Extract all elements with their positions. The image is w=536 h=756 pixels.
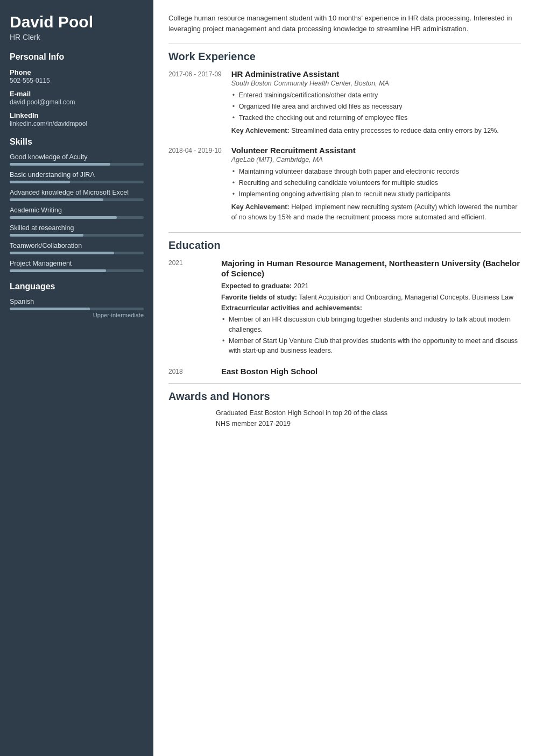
edu-extracurricular-label: Extracurricular activities and achieveme… [221, 303, 521, 313]
skill-item: Good knowledge of Acuity [10, 153, 144, 166]
skill-name: Project Management [10, 260, 144, 267]
phone-value: 502-555-0115 [10, 77, 144, 84]
job-date: 2017-06 - 2017-09 [168, 69, 222, 136]
skill-item: Advanced knowledge of Microsoft Excel [10, 189, 144, 201]
job-bullet: Recruiting and scheduling candidate volu… [231, 178, 521, 188]
job-bullet: Organized file area and archived old fil… [231, 102, 521, 112]
phone-label: Phone [10, 68, 144, 76]
candidate-title: HR Clerk [10, 33, 144, 41]
skill-name: Basic understanding of JIRA [10, 171, 144, 179]
skill-name: Skilled at researching [10, 224, 144, 232]
linkedin-label: LinkedIn [10, 111, 144, 119]
skill-bar-bg [10, 234, 144, 237]
skill-item: Basic understanding of JIRA [10, 171, 144, 183]
edu-date: 2018 [168, 367, 211, 376]
skill-bar-bg [10, 269, 144, 272]
resume-wrapper: David Pool HR Clerk Personal Info Phone … [0, 0, 536, 756]
edu-bullet: Member of Start Up Venture Club that pro… [221, 336, 521, 356]
skill-bar-bg [10, 252, 144, 254]
skill-name: Academic Writing [10, 206, 144, 214]
personal-info-heading: Personal Info [10, 52, 144, 63]
skill-bar-fill [10, 216, 117, 219]
key-achievement: Key Achievement: Streamlined data entry … [231, 126, 521, 136]
skill-item: Project Management [10, 260, 144, 272]
edu-date: 2021 [168, 258, 211, 359]
skill-name: Teamwork/Collaboration [10, 242, 144, 249]
edu-block: 2018 East Boston High School [168, 367, 521, 376]
job-bullet: Implementing ongoing advertising plan to… [231, 189, 521, 199]
jobs-list: 2017-06 - 2017-09 HR Administrative Assi… [168, 69, 521, 223]
languages-list: Spanish Upper-intermediate [10, 298, 144, 318]
skill-bar-fill [10, 252, 114, 254]
job-block: 2018-04 - 2019-10 Volunteer Recruitment … [168, 146, 521, 223]
edu-details: East Boston High School [221, 367, 521, 376]
edu-bullet: Member of an HR discussion club bringing… [221, 315, 521, 335]
edu-degree: Majoring in Human Resource Management, N… [221, 258, 521, 279]
email-value: david.pool@gmail.com [10, 98, 144, 106]
skill-bar-bg [10, 216, 144, 219]
language-bar-bg [10, 308, 144, 310]
job-bullets: Entered trainings/certifications/other d… [231, 90, 521, 123]
language-bar-fill [10, 308, 90, 310]
edu-favorite: Favorite fields of study: Talent Acquisi… [221, 293, 521, 303]
language-level: Upper-intermediate [10, 312, 144, 318]
job-title: Volunteer Recruitment Assistant [231, 146, 521, 155]
skill-name: Good knowledge of Acuity [10, 153, 144, 161]
divider-work [168, 44, 521, 44]
key-achievement: Key Achievement: Helped implement new re… [231, 202, 521, 223]
skill-bar-fill [10, 234, 83, 237]
work-experience-title: Work Experience [168, 51, 521, 63]
education-title: Education [168, 239, 521, 252]
awards-title: Awards and Honors [168, 390, 521, 403]
skill-bar-fill [10, 163, 110, 166]
skills-list: Good knowledge of Acuity Basic understan… [10, 153, 144, 272]
email-label: E-mail [10, 90, 144, 98]
divider-education [168, 232, 521, 233]
skill-bar-bg [10, 181, 144, 183]
skill-bar-fill [10, 269, 106, 272]
education-list: 2021 Majoring in Human Resource Manageme… [168, 258, 521, 376]
edu-bullets: Member of an HR discussion club bringing… [221, 315, 521, 356]
skill-item: Academic Writing [10, 206, 144, 219]
skill-bar-fill [10, 198, 103, 201]
awards-block: Graduated East Boston High School in top… [168, 409, 521, 427]
language-name: Spanish [10, 298, 144, 305]
edu-school: East Boston High School [221, 367, 521, 376]
awards-list: Graduated East Boston High School in top… [168, 409, 521, 427]
skill-bar-bg [10, 198, 144, 201]
job-block: 2017-06 - 2017-09 HR Administrative Assi… [168, 69, 521, 136]
job-date: 2018-04 - 2019-10 [168, 146, 222, 223]
linkedin-value: linkedin.com/in/davidmpool [10, 120, 144, 127]
skills-heading: Skills [10, 137, 144, 148]
job-details: HR Administrative Assistant South Boston… [231, 69, 521, 136]
job-details: Volunteer Recruitment Assistant AgeLab (… [231, 146, 521, 223]
job-company: AgeLab (MIT), Cambridge, MA [231, 156, 521, 163]
main-content: College human resource management studen… [153, 0, 536, 756]
skill-name: Advanced knowledge of Microsoft Excel [10, 189, 144, 196]
skill-item: Skilled at researching [10, 224, 144, 237]
sidebar: David Pool HR Clerk Personal Info Phone … [0, 0, 153, 756]
job-bullet: Maintaining volunteer database through b… [231, 167, 521, 177]
job-bullet: Tracked the checking out and returning o… [231, 113, 521, 123]
skill-bar-fill [10, 181, 70, 183]
edu-details: Majoring in Human Resource Management, N… [221, 258, 521, 359]
divider-awards [168, 383, 521, 384]
edu-block: 2021 Majoring in Human Resource Manageme… [168, 258, 521, 359]
job-bullets: Maintaining volunteer database through b… [231, 167, 521, 199]
language-item: Spanish Upper-intermediate [10, 298, 144, 318]
languages-heading: Languages [10, 282, 144, 293]
award-item: NHS member 2017-2019 [216, 420, 521, 427]
candidate-name: David Pool [10, 13, 144, 31]
skill-item: Teamwork/Collaboration [10, 242, 144, 254]
skill-bar-bg [10, 163, 144, 166]
job-title: HR Administrative Assistant [231, 69, 521, 79]
summary-text: College human resource management studen… [168, 13, 521, 34]
edu-expected: Expected to graduate: 2021 [221, 281, 521, 291]
job-bullet: Entered trainings/certifications/other d… [231, 90, 521, 101]
award-item: Graduated East Boston High School in top… [216, 409, 521, 417]
job-company: South Boston Community Health Center, Bo… [231, 80, 521, 87]
